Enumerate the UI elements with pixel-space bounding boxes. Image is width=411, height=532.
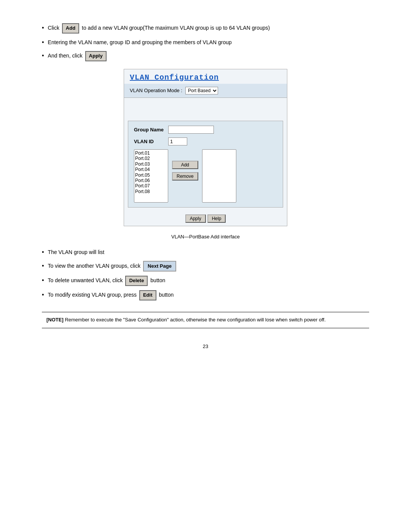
port-05[interactable]: Port.05 xyxy=(135,173,167,178)
group-name-row: Group Name xyxy=(134,126,277,134)
vlan-apply-button[interactable]: Apply xyxy=(185,214,206,223)
bullet-1-after: to add a new VLAN group(The maximum VLAN… xyxy=(82,25,270,31)
port-06[interactable]: Port.06 xyxy=(135,178,167,183)
bullet-6: • To delete unwanted VLAN, click Delete … xyxy=(42,275,369,286)
bullet-dot-7: • xyxy=(42,290,44,300)
note-text: Remember to execute the "Save Configurat… xyxy=(65,317,325,323)
bullet-7-before: To modify existing VLAN group, press xyxy=(48,292,137,298)
add-button-inline[interactable]: Add xyxy=(62,23,79,34)
bullet-1: • Click Add to add a new VLAN group(The … xyxy=(42,23,369,34)
vlan-spacer xyxy=(124,98,287,121)
bullet-5: • To view the another VLAN groups, click… xyxy=(42,261,369,272)
next-page-button[interactable]: Next Page xyxy=(143,261,176,272)
vlan-config-panel: VLAN Configuration VLAN Operation Mode :… xyxy=(124,69,287,226)
bullet-3-text: And then, click Apply xyxy=(48,51,108,61)
port-btn-col: Add Remove xyxy=(172,149,198,181)
bullet-5-before: To view the another VLAN groups, click xyxy=(48,263,141,269)
port-08[interactable]: Port.08 xyxy=(135,189,167,194)
port-remove-button[interactable]: Remove xyxy=(172,172,198,181)
content-area: • Click Add to add a new VLAN group(The … xyxy=(42,23,369,349)
bullet-dot-6: • xyxy=(42,275,44,285)
top-bullet-list: • Click Add to add a new VLAN group(The … xyxy=(42,23,369,61)
bullet-7-after: button xyxy=(159,292,174,298)
port-03[interactable]: Port.03 xyxy=(135,161,167,167)
bottom-bullet-list: • The VLAN group will list • To view the… xyxy=(42,247,369,300)
vlan-bottom-btns: Apply Help xyxy=(124,211,287,226)
port-list-right[interactable] xyxy=(202,149,236,203)
bullet-6-content: To delete unwanted VLAN, click Delete bu… xyxy=(48,276,166,286)
bullet-7: • To modify existing VLAN group, press E… xyxy=(42,290,369,300)
vlan-ports-area: Port.01 Port.02 Port.03 Port.04 Port.05 … xyxy=(134,149,277,203)
bullet-dot: • xyxy=(42,23,44,33)
bullet-7-content: To modify existing VLAN group, press Edi… xyxy=(48,290,174,300)
group-name-input[interactable] xyxy=(168,126,214,134)
vlan-form-area: Group Name VLAN ID Port.01 Port.02 Port.… xyxy=(128,121,283,208)
vlan-caption: VLAN—PortBase Add interface xyxy=(42,234,369,240)
vlan-id-row: VLAN ID xyxy=(134,137,277,145)
port-list-left[interactable]: Port.01 Port.02 Port.03 Port.04 Port.05 … xyxy=(134,149,168,203)
bullet-4-text: The VLAN group will list xyxy=(48,248,105,256)
bullet-2: • Entering the VLAN name, group ID and g… xyxy=(42,37,369,47)
vlan-op-mode-label: VLAN Operation Mode : xyxy=(130,88,182,93)
port-01[interactable]: Port.01 xyxy=(135,150,167,156)
port-add-button[interactable]: Add xyxy=(172,161,198,169)
bullet-6-before: To delete unwanted VLAN, click xyxy=(48,277,123,283)
bullet-3-before: And then, click xyxy=(48,53,83,59)
bullet-6-after: button xyxy=(150,277,165,283)
bullet-1-before: Click xyxy=(48,25,59,31)
port-07[interactable]: Port.07 xyxy=(135,183,167,189)
bullet-dot-5: • xyxy=(42,261,44,271)
port-04[interactable]: Port.04 xyxy=(135,167,167,172)
vlan-op-mode-select[interactable]: Port Based xyxy=(185,87,218,94)
bullet-dot-2: • xyxy=(42,37,44,47)
edit-button-inline[interactable]: Edit xyxy=(139,290,156,300)
port-02[interactable]: Port.02 xyxy=(135,156,167,161)
vlan-id-label: VLAN ID xyxy=(134,139,168,144)
group-name-label: Group Name xyxy=(134,127,168,133)
bullet-3: • And then, click Apply xyxy=(42,51,369,61)
bullet-4: • The VLAN group will list xyxy=(42,247,369,257)
page-number: 23 xyxy=(42,343,369,349)
bullet-dot-4: • xyxy=(42,247,44,257)
bullet-2-text: Entering the VLAN name, group ID and gro… xyxy=(48,38,232,46)
note-box: [NOTE] Remember to execute the "Save Con… xyxy=(42,312,369,328)
vlan-panel-title: VLAN Configuration xyxy=(124,69,287,84)
vlan-help-button[interactable]: Help xyxy=(207,214,226,223)
vlan-op-mode-row: VLAN Operation Mode : Port Based xyxy=(124,84,287,98)
bullet-dot-3: • xyxy=(42,51,44,61)
bullet-5-content: To view the another VLAN groups, click N… xyxy=(48,261,177,272)
apply-button-inline-top[interactable]: Apply xyxy=(85,51,107,61)
note-label: [NOTE] xyxy=(46,317,64,323)
bullet-1-text: Click Add to add a new VLAN group(The ma… xyxy=(48,23,270,34)
vlan-id-input[interactable] xyxy=(168,137,187,145)
delete-button-inline[interactable]: Delete xyxy=(125,276,148,286)
